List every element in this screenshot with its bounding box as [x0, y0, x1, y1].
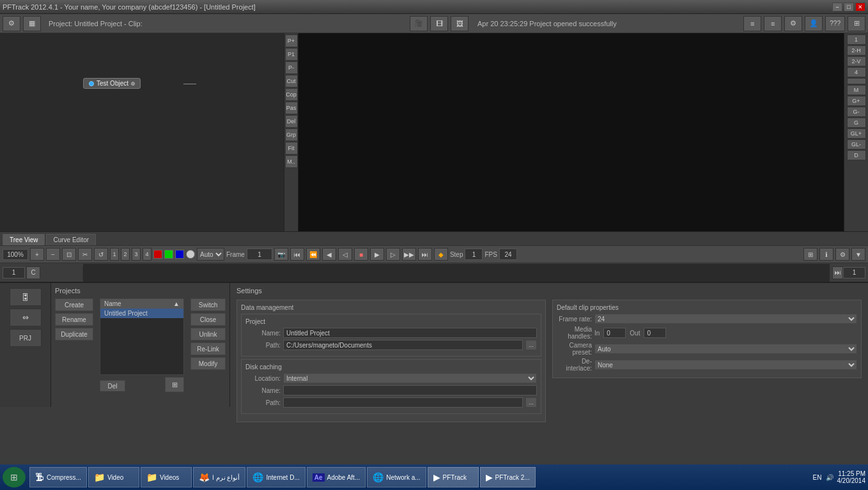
step-input[interactable]: [465, 249, 483, 260]
out-input[interactable]: [644, 328, 666, 338]
go-end-btn[interactable]: ⏭: [418, 248, 432, 261]
rs-4[interactable]: 4: [847, 67, 866, 77]
switch-btn[interactable]: Switch: [190, 298, 226, 311]
frame-rate-select[interactable]: 24: [594, 314, 857, 324]
relink-btn[interactable]: Re-Link: [190, 342, 226, 355]
rs-2v[interactable]: 2-V: [847, 56, 866, 66]
viewport[interactable]: [298, 33, 844, 231]
start-button[interactable]: ⊞: [3, 467, 26, 487]
stop-btn[interactable]: ■: [354, 248, 368, 261]
taskbar-pftrack[interactable]: ▶ PFTrack: [428, 467, 479, 487]
close-button[interactable]: ✕: [855, 3, 865, 11]
info-btn[interactable]: ℹ: [819, 248, 833, 261]
go-start-btn[interactable]: ⏮: [290, 248, 304, 261]
tab-tree-view[interactable]: Tree View: [3, 234, 45, 245]
grid-button[interactable]: ▦: [23, 16, 41, 31]
close-btn[interactable]: Close: [190, 313, 226, 326]
prev-small-btn[interactable]: ◁: [338, 248, 352, 261]
num3-btn[interactable]: 3: [132, 248, 141, 261]
logo-button[interactable]: ⚙: [3, 16, 20, 31]
side-p1[interactable]: P1: [285, 48, 298, 61]
cut-btn[interactable]: ✂: [78, 248, 92, 261]
rs-m[interactable]: M: [847, 85, 866, 95]
create-btn[interactable]: Create: [55, 298, 93, 311]
side-copy[interactable]: Cop: [285, 88, 298, 101]
side-fit[interactable]: Fit: [285, 142, 298, 155]
fps-input[interactable]: [499, 249, 517, 260]
side-del[interactable]: Del: [285, 115, 298, 128]
tab-curve-editor[interactable]: Curve Editor: [46, 234, 96, 245]
extra-button[interactable]: ⊞: [848, 16, 865, 31]
frame-input[interactable]: [247, 249, 272, 260]
node-output-port[interactable]: [131, 82, 135, 86]
timeline-start-input[interactable]: [3, 267, 25, 279]
node-box[interactable]: Test Object: [83, 78, 141, 89]
film-button[interactable]: 🎞: [430, 16, 448, 31]
help-button[interactable]: ???: [825, 16, 845, 31]
zoom-plus-btn[interactable]: +: [30, 248, 44, 261]
modify-btn[interactable]: Modify: [190, 357, 226, 370]
maximize-button[interactable]: □: [844, 3, 854, 11]
taskbar-internet[interactable]: 🌐 Internet D...: [247, 467, 305, 487]
extra-pb-btn[interactable]: ▼: [851, 248, 865, 261]
taskbar-compress[interactable]: 🗜 Compress...: [29, 467, 87, 487]
camera-preset-select[interactable]: Auto: [594, 344, 857, 354]
side-grp[interactable]: Grp: [285, 128, 298, 141]
knob-btn[interactable]: 🎛: [10, 288, 42, 306]
gear-button[interactable]: ⚙: [784, 16, 802, 31]
side-p-plus[interactable]: P+: [285, 34, 298, 47]
auto-select[interactable]: Auto: [197, 248, 224, 261]
rename-btn[interactable]: Rename: [55, 313, 93, 326]
proj-btn[interactable]: PRJ: [10, 329, 42, 347]
next-btn[interactable]: ▶▶: [402, 248, 416, 261]
user-button[interactable]: 👤: [805, 16, 823, 31]
node-input-port[interactable]: [89, 81, 94, 86]
proj-icon-btn[interactable]: ⊞: [165, 377, 184, 392]
cache-path-browse-btn[interactable]: ...: [525, 397, 537, 408]
layout-btn[interactable]: ⊞: [803, 248, 818, 261]
frame-cam-btn[interactable]: 📷: [274, 248, 288, 261]
swap-btn[interactable]: ⇔: [10, 309, 42, 326]
rs-gminus[interactable]: G-: [847, 107, 866, 117]
timeline-end-input[interactable]: [843, 267, 865, 279]
duplicate-btn[interactable]: Duplicate: [55, 328, 93, 341]
color-btn-blue[interactable]: [175, 250, 184, 259]
menu-btn2[interactable]: ≡: [764, 16, 782, 31]
unlink-btn[interactable]: Unlink: [190, 328, 226, 341]
taskbar-pftrack2[interactable]: ▶ PFTrack 2...: [480, 467, 536, 487]
timeline-c-btn[interactable]: C: [26, 266, 40, 279]
loop-btn[interactable]: ↺: [94, 248, 108, 261]
rs-1[interactable]: 1: [847, 34, 866, 45]
taskbar-videos[interactable]: 📁 Videos: [141, 467, 192, 487]
prev-btn[interactable]: ◀: [322, 248, 336, 261]
side-m[interactable]: M..: [285, 155, 298, 168]
taskbar-firefox[interactable]: 🦊 أنواع نرم ا: [193, 467, 246, 487]
play-btn[interactable]: ▶: [370, 248, 384, 261]
rs-g[interactable]: G: [847, 118, 866, 128]
node-canvas[interactable]: Test Object: [0, 33, 284, 231]
rs-blank[interactable]: [847, 78, 866, 84]
side-p-minus[interactable]: P-: [285, 61, 298, 74]
taskbar-video[interactable]: 📁 Video: [88, 467, 139, 487]
reset-btn[interactable]: ⊡: [62, 248, 76, 261]
color-btn-red[interactable]: [153, 250, 162, 259]
location-select[interactable]: Internal: [283, 373, 537, 383]
color-btn-white[interactable]: [186, 250, 195, 259]
del-btn[interactable]: Del: [100, 380, 125, 392]
cache-name-input[interactable]: [283, 385, 537, 395]
camera-button[interactable]: 🎥: [410, 16, 428, 31]
menu-btn1[interactable]: ≡: [743, 16, 761, 31]
path-browse-btn[interactable]: ...: [525, 340, 537, 350]
timeline-bar[interactable]: [83, 264, 830, 282]
color-btn-green[interactable]: [164, 250, 173, 259]
taskbar-network[interactable]: 🌐 Network a...: [367, 467, 426, 487]
project-path-input[interactable]: [283, 340, 523, 350]
timeline-end-btn[interactable]: ⏭: [832, 266, 843, 279]
project-list-item[interactable]: Untitled Project: [100, 309, 183, 318]
marker-btn[interactable]: ◆: [434, 248, 448, 261]
project-name-input[interactable]: [283, 328, 537, 338]
rs-glplus[interactable]: GL+: [847, 128, 866, 139]
minimize-button[interactable]: −: [832, 3, 842, 11]
num2-btn[interactable]: 2: [121, 248, 130, 261]
side-cut[interactable]: Cut: [285, 75, 298, 88]
